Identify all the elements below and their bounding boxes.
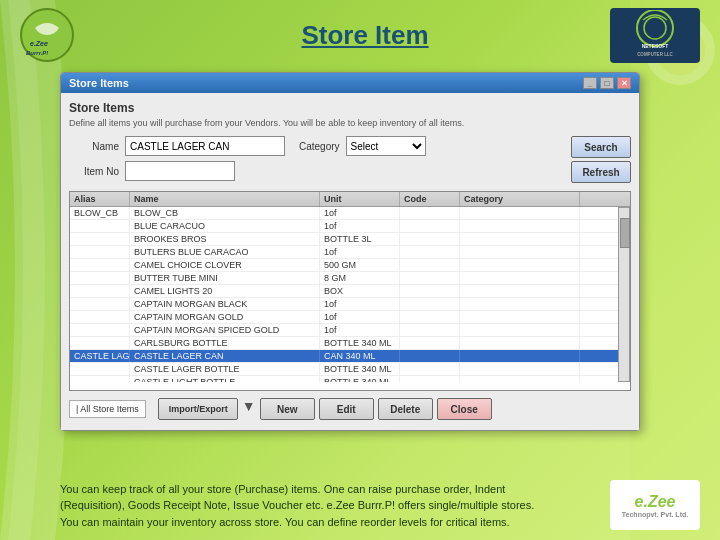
- section-desc: Define all items you will purchase from …: [69, 118, 631, 128]
- table-row[interactable]: CARLSBURG BOTTLEBOTTLE 340 ML: [70, 337, 618, 350]
- refresh-button[interactable]: Refresh: [571, 161, 631, 183]
- logo-icon: e.Zee Burrr.P!: [20, 8, 75, 63]
- new-button[interactable]: New: [260, 398, 315, 420]
- dialog-titlebar: Store Items _ □ ✕: [61, 73, 639, 93]
- netesoft-logo: NETESOFT COMPUTER LLC: [610, 8, 700, 63]
- svg-text:NETESOFT: NETESOFT: [642, 43, 669, 49]
- table-row[interactable]: BUTTER TUBE MINI8 GM: [70, 272, 618, 285]
- table-scrollbar[interactable]: [618, 207, 630, 382]
- import-export-arrow[interactable]: ▼: [242, 398, 256, 420]
- svg-text:Burrr.P!: Burrr.P!: [26, 50, 48, 56]
- scrollbar-thumb[interactable]: [620, 218, 630, 248]
- item-no-input[interactable]: [125, 161, 235, 181]
- form-fields: Name Category Select Item No: [69, 136, 567, 186]
- close-button[interactable]: Close: [437, 398, 492, 420]
- col-code: Code: [400, 192, 460, 206]
- right-buttons: Search Refresh: [571, 136, 631, 183]
- name-row: Name Category Select: [69, 136, 567, 156]
- section-header: Store Items: [69, 101, 631, 115]
- store-items-dialog: Store Items _ □ ✕ Store Items Define all…: [60, 72, 640, 431]
- bottom-buttons: Import/Export ▼ New Edit Delete Close: [158, 398, 492, 420]
- footer-text: You can keep track of all your store (Pu…: [60, 481, 550, 531]
- table-row[interactable]: CAPTAIN MORGAN GOLD1of: [70, 311, 618, 324]
- table-row[interactable]: CAPTAIN MORGAN BLACK1of: [70, 298, 618, 311]
- category-label: Category: [299, 141, 340, 152]
- table-container: Alias Name Unit Code Category BLOW_CBBLO…: [69, 191, 631, 391]
- name-label: Name: [69, 141, 119, 152]
- edit-button[interactable]: Edit: [319, 398, 374, 420]
- ezee-bottom-logo: e.Zee Technopvt. Pvt. Ltd.: [610, 480, 700, 530]
- import-export-button[interactable]: Import/Export: [158, 398, 238, 420]
- table-row[interactable]: CASTLE LAGER BOTTLEBOTTLE 340 ML: [70, 363, 618, 376]
- item-no-row: Item No: [69, 161, 567, 181]
- status-bar: | All Store Items: [69, 400, 146, 418]
- table-main: Alias Name Unit Code Category BLOW_CBBLO…: [69, 191, 631, 396]
- table-header: Alias Name Unit Code Category: [70, 192, 630, 207]
- footer-description: You can keep track of all your store (Pu…: [60, 483, 534, 528]
- col-unit: Unit: [320, 192, 400, 206]
- category-select[interactable]: Select: [346, 136, 426, 156]
- svg-rect-0: [630, 0, 720, 540]
- table-row[interactable]: CAMEL LIGHTS 20BOX: [70, 285, 618, 298]
- col-category: Category: [460, 192, 580, 206]
- titlebar-controls: _ □ ✕: [583, 77, 631, 89]
- bottom-bar: | All Store Items Import/Export ▼ New Ed…: [69, 396, 631, 422]
- delete-button[interactable]: Delete: [378, 398, 433, 420]
- table-row[interactable]: CAMEL CHOICE CLOVER500 GM: [70, 259, 618, 272]
- logo-area: e.Zee Burrr.P!: [20, 8, 80, 63]
- table-wrapper: Alias Name Unit Code Category BLOW_CBBLO…: [69, 191, 631, 396]
- table-body: BLOW_CBBLOW_CB1of BLUE CARACUO1of BROOKE…: [70, 207, 618, 382]
- item-no-label: Item No: [69, 166, 119, 177]
- form-upper: Name Category Select Item No Search Refr…: [69, 136, 631, 186]
- ezee-logo-sub: Technopvt. Pvt. Ltd.: [622, 511, 688, 518]
- search-button[interactable]: Search: [571, 136, 631, 158]
- dialog-title: Store Items: [69, 77, 129, 89]
- name-input[interactable]: [125, 136, 285, 156]
- ezee-logo-text: e.Zee: [635, 493, 676, 511]
- maximize-button[interactable]: □: [600, 77, 614, 89]
- table-row-selected[interactable]: CASTLE LAGER CANCASTLE LAGER CANCAN 340 …: [70, 350, 618, 363]
- close-window-button[interactable]: ✕: [617, 77, 631, 89]
- page-title: Store Item: [120, 20, 610, 51]
- header: e.Zee Burrr.P! Store Item NETESOFT COMPU…: [0, 0, 720, 70]
- minimize-button[interactable]: _: [583, 77, 597, 89]
- col-alias: Alias: [70, 192, 130, 206]
- svg-text:e.Zee: e.Zee: [30, 40, 48, 47]
- table-row[interactable]: CAPTAIN MORGAN SPICED GOLD1of: [70, 324, 618, 337]
- svg-text:COMPUTER LLC: COMPUTER LLC: [637, 52, 673, 57]
- col-name: Name: [130, 192, 320, 206]
- table-row[interactable]: CASTLE LIGHT BOTTLEBOTTLE 340 ML: [70, 376, 618, 382]
- table-row[interactable]: BROOKES BROSBOTTLE 3L: [70, 233, 618, 246]
- dialog-body: Store Items Define all items you will pu…: [61, 93, 639, 430]
- table-row[interactable]: BUTLERS BLUE CARACAO1of: [70, 246, 618, 259]
- table-row[interactable]: BLUE CARACUO1of: [70, 220, 618, 233]
- table-row[interactable]: BLOW_CBBLOW_CB1of: [70, 207, 618, 220]
